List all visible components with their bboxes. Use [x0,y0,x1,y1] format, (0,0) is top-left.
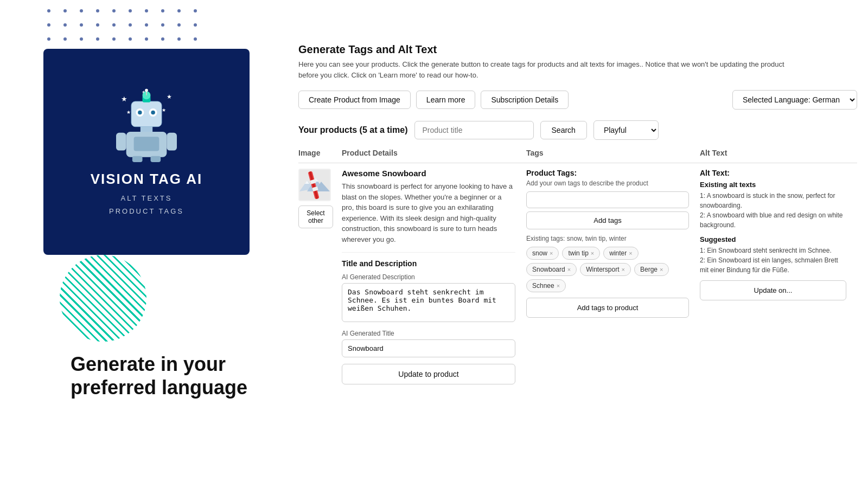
svg-point-26 [145,37,148,41]
svg-point-1 [63,9,67,12]
col-header-details: Product Details [342,149,526,157]
col-header-alttext: Alt Text [700,149,852,157]
tag-chips-container: snow × twin tip × winter × Snowboard × W… [526,247,689,292]
svg-point-2 [80,9,83,12]
svg-point-4 [112,9,116,12]
col-header-image: Image [298,149,342,157]
product-description: This snowboard is perfect for anyone loo… [342,181,515,245]
svg-point-54 [138,111,142,114]
svg-point-9 [194,9,197,12]
svg-point-6 [145,9,148,12]
svg-text:★: ★ [162,107,166,113]
ai-title-input[interactable] [342,339,515,357]
learn-more-button[interactable]: Learn more [416,91,476,109]
product-image-cell: Select other [298,169,342,228]
existing-tags-label: Existing tags: snow, twin tip, winter [526,235,689,242]
svg-point-0 [47,9,50,12]
svg-point-55 [151,111,155,114]
ai-description-textarea[interactable]: Das Snowboard steht senkrecht im Schnee.… [342,283,515,322]
remove-tag-wintersport[interactable]: × [622,266,625,273]
remove-tag-snowboard[interactable]: × [567,266,571,273]
left-panel: ★ ★ ★ ★ ★ [43,49,271,255]
svg-point-23 [96,37,99,41]
add-tags-to-product-button[interactable]: Add tags to product [526,298,689,318]
remove-tag-twin-tip[interactable]: × [591,250,594,256]
svg-point-10 [47,23,50,27]
toolbar: Create Product from Image Learn more Sub… [298,90,857,110]
svg-rect-51 [131,101,162,127]
snowboard-thumbnail-image [299,170,330,200]
tag-chip-schnee: Schnee × [526,279,566,292]
svg-point-25 [129,37,132,41]
remove-tag-winter[interactable]: × [629,250,632,256]
update-to-product-button[interactable]: Update to product [342,364,515,384]
product-thumbnail [298,169,331,201]
products-header: Your products (5 at a time) Search Playf… [298,120,857,140]
tags-input[interactable] [526,191,689,208]
product-title-search[interactable] [414,121,534,139]
svg-rect-66 [150,156,161,162]
svg-point-28 [177,37,181,41]
tag-chip-wintersport: Wintersport × [580,263,631,276]
alt-text-section-title: Alt Text: [700,169,846,177]
svg-point-24 [112,37,116,41]
existing-alt-text-body: 1: A snowboard is stuck in the snow, per… [700,191,846,230]
remove-tag-berge[interactable]: × [660,266,663,273]
brand-title: VISION TAG AI [91,171,203,188]
style-select[interactable]: Playful [593,120,659,140]
svg-point-3 [96,9,99,12]
subscription-details-button[interactable]: Subscription Details [481,91,569,109]
svg-point-5 [129,9,132,12]
tag-chip-winter: winter × [603,247,638,260]
svg-point-20 [47,37,50,41]
select-other-button[interactable]: Select other [298,206,333,228]
svg-text:★: ★ [167,93,172,100]
svg-rect-64 [167,133,177,151]
tags-section-title: Product Tags: [526,169,689,177]
brand-card: ★ ★ ★ ★ ★ [43,49,250,255]
tag-chip-twin-tip: twin tip × [562,247,600,260]
tag-chip-snowboard: Snowboard × [526,263,577,276]
col-header-tags: Tags [526,149,700,157]
svg-point-14 [112,23,116,27]
svg-rect-62 [134,137,159,151]
svg-point-8 [177,9,181,12]
product-details-cell: Awesome Snowboard This snowboard is perf… [342,169,526,384]
svg-point-18 [177,23,181,27]
remove-tag-snow[interactable]: × [550,250,553,256]
search-button[interactable]: Search [540,121,587,139]
svg-point-27 [161,37,164,41]
svg-point-29 [194,37,197,41]
existing-alt-text-label: Existing alt texts [700,181,846,189]
ai-title-label: AI Generated Title [342,330,515,337]
svg-point-59 [145,89,148,92]
svg-point-21 [63,37,67,41]
svg-text:★: ★ [121,95,127,103]
section-title: Generate Tags and Alt Text [298,43,857,56]
tagline: Generate in your preferred language [71,352,277,399]
robot-icon: ★ ★ ★ ★ ★ [108,86,184,162]
svg-point-12 [80,23,83,27]
svg-point-13 [96,23,99,27]
language-select[interactable]: Selected Language: German [732,90,857,110]
remove-tag-schnee[interactable]: × [557,282,560,289]
create-from-image-button[interactable]: Create Product from Image [298,91,411,109]
svg-point-11 [63,23,67,27]
suggested-alt-text-body: 1: Ein Snowboard steht senkrecht im Schn… [700,246,846,275]
ai-desc-label: AI Generated Description [342,273,515,281]
table-headers: Image Product Details Tags Alt Text [298,149,857,163]
add-tags-button[interactable]: Add tags [526,211,689,229]
svg-point-15 [129,23,132,27]
right-panel: Generate Tags and Alt Text Here you can … [288,43,868,384]
update-on-button[interactable]: Update on... [700,280,846,300]
brand-subtitle: ALT TEXTS PRODUCT TAGS [109,192,184,217]
svg-rect-63 [116,133,126,151]
tag-chip-berge: Berge × [634,263,669,276]
suggested-alt-text-label: Suggested [700,235,846,243]
svg-point-17 [161,23,164,27]
svg-rect-60 [141,127,152,132]
product-row: Select other Awesome Snowboard This snow… [298,169,857,384]
tag-chip-snow: snow × [526,247,559,260]
svg-point-7 [161,9,164,12]
svg-point-22 [80,37,83,41]
